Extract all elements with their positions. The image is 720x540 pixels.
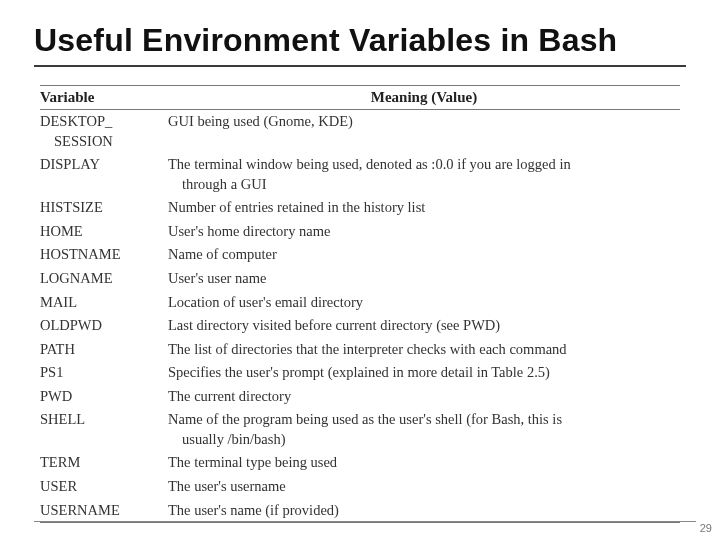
table-header: Variable Meaning (Value) [40, 86, 680, 109]
var-line1: SHELL [40, 411, 85, 427]
var-line1: OLDPWD [40, 317, 102, 333]
var-cell: DISPLAY [40, 155, 168, 175]
meaning-cell: Location of user's email directory [168, 293, 680, 313]
meaning-cell: The user's name (if provided) [168, 501, 680, 521]
meaning-cell: The current directory [168, 387, 680, 407]
meaning-cell: Name of computer [168, 245, 680, 265]
var-line1: TERM [40, 454, 80, 470]
meaning-cell: User's home directory name [168, 222, 680, 242]
var-cell: USER [40, 477, 168, 497]
table-row: HISTSIZENumber of entries retained in th… [40, 196, 680, 220]
meaning-line1: User's home directory name [168, 223, 330, 239]
table-row: PATHThe list of directories that the int… [40, 338, 680, 362]
var-cell: DESKTOP_SESSION [40, 112, 168, 151]
meaning-line1: The terminal type being used [168, 454, 337, 470]
meaning-line1: Number of entries retained in the histor… [168, 199, 425, 215]
meaning-line1: The user's name (if provided) [168, 502, 339, 518]
var-cell: USERNAME [40, 501, 168, 521]
table-row: OLDPWDLast directory visited before curr… [40, 314, 680, 338]
meaning-line2: through a GUI [168, 175, 680, 195]
var-line1: HOME [40, 223, 83, 239]
var-line1: HISTSIZE [40, 199, 103, 215]
table-row: TERMThe terminal type being used [40, 451, 680, 475]
header-meaning: Meaning (Value) [168, 89, 680, 106]
var-cell: SHELL [40, 410, 168, 430]
meaning-cell: The user's username [168, 477, 680, 497]
table-row: USERThe user's username [40, 475, 680, 499]
var-line1: PATH [40, 341, 75, 357]
var-line1: HOSTNAME [40, 246, 121, 262]
table-body: DESKTOP_SESSIONGUI being used (Gnome, KD… [40, 110, 680, 522]
var-line1: PS1 [40, 364, 63, 380]
meaning-line1: Last directory visited before current di… [168, 317, 500, 333]
var-cell: PS1 [40, 363, 168, 383]
meaning-line1: The user's username [168, 478, 286, 494]
var-line1: LOGNAME [40, 270, 113, 286]
meaning-line1: The terminal window being used, denoted … [168, 156, 571, 172]
meaning-line1: User's user name [168, 270, 266, 286]
page-number: 29 [700, 522, 712, 534]
meaning-cell: The terminal window being used, denoted … [168, 155, 680, 194]
meaning-cell: Specifies the user's prompt (explained i… [168, 363, 680, 383]
var-cell: PWD [40, 387, 168, 407]
var-cell: MAIL [40, 293, 168, 313]
meaning-cell: Last directory visited before current di… [168, 316, 680, 336]
meaning-line2: usually /bin/bash) [168, 430, 680, 450]
meaning-cell: The terminal type being used [168, 453, 680, 473]
meaning-line1: Name of computer [168, 246, 277, 262]
table-row: HOSTNAMEName of computer [40, 243, 680, 267]
meaning-cell: GUI being used (Gnome, KDE) [168, 112, 680, 132]
var-line2: SESSION [40, 132, 168, 152]
meaning-cell: The list of directories that the interpr… [168, 340, 680, 360]
slide: Useful Environment Variables in Bash Var… [0, 0, 720, 540]
var-line1: USER [40, 478, 77, 494]
table-row: USERNAMEThe user's name (if provided) [40, 499, 680, 523]
var-line1: DESKTOP_ [40, 113, 112, 129]
table-row: DESKTOP_SESSIONGUI being used (Gnome, KD… [40, 110, 680, 153]
table-row: MAILLocation of user's email directory [40, 291, 680, 315]
var-line1: USERNAME [40, 502, 120, 518]
table-row: HOMEUser's home directory name [40, 220, 680, 244]
table-bottom-rule [40, 522, 680, 523]
table-row: SHELLName of the program being used as t… [40, 408, 680, 451]
meaning-line1: Location of user's email directory [168, 294, 363, 310]
footer-rule [34, 521, 696, 522]
var-line1: MAIL [40, 294, 77, 310]
meaning-cell: Name of the program being used as the us… [168, 410, 680, 449]
var-cell: LOGNAME [40, 269, 168, 289]
title-underline [34, 65, 686, 67]
page-title: Useful Environment Variables in Bash [34, 22, 686, 59]
var-cell: HISTSIZE [40, 198, 168, 218]
var-line1: PWD [40, 388, 72, 404]
table-row: PWDThe current directory [40, 385, 680, 409]
var-cell: HOSTNAME [40, 245, 168, 265]
table-row: LOGNAMEUser's user name [40, 267, 680, 291]
meaning-line1: The list of directories that the interpr… [168, 341, 567, 357]
meaning-cell: User's user name [168, 269, 680, 289]
meaning-line1: Specifies the user's prompt (explained i… [168, 364, 550, 380]
table-row: PS1Specifies the user's prompt (explaine… [40, 361, 680, 385]
var-cell: PATH [40, 340, 168, 360]
var-cell: TERM [40, 453, 168, 473]
table-row: DISPLAYThe terminal window being used, d… [40, 153, 680, 196]
env-vars-table: Variable Meaning (Value) DESKTOP_SESSION… [40, 85, 680, 523]
var-line1: DISPLAY [40, 156, 100, 172]
meaning-cell: Number of entries retained in the histor… [168, 198, 680, 218]
meaning-line1: Name of the program being used as the us… [168, 411, 562, 427]
meaning-line1: The current directory [168, 388, 291, 404]
var-cell: HOME [40, 222, 168, 242]
var-cell: OLDPWD [40, 316, 168, 336]
header-variable: Variable [40, 89, 168, 106]
meaning-line1: GUI being used (Gnome, KDE) [168, 113, 353, 129]
